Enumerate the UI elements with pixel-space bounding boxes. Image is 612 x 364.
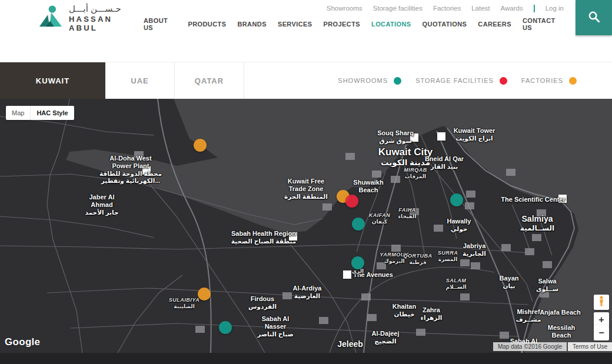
google-logo[interactable]: Google [5,336,40,348]
legend-factories: FACTORIES [521,77,577,85]
building-block [434,225,443,232]
nav-storage-facilities[interactable]: Storage facilities [373,5,423,12]
building-block [319,317,328,324]
nav-locations[interactable]: LOCATIONS [371,21,411,28]
building-block [540,290,549,298]
building-block [134,151,144,158]
place-label: Jaber Al Ahmadجابر الأحمد [85,193,119,216]
place-label: Hawallyحولي [447,218,471,232]
map-data-text: Map data ©2016 Google [493,342,567,351]
nav-careers[interactable]: CAREERS [478,21,511,28]
building-block [501,244,511,251]
login-link[interactable]: Log in [546,5,564,12]
nav-contact-us[interactable]: CONTACT US [523,17,564,31]
map-style-button[interactable]: Map [6,106,30,120]
brand-logo[interactable]: حـســـن أبـــل HASSAN ABUL [38,4,144,32]
map-legend: SHOWROOMS STORAGE FACILITIES FACTORIES [338,62,612,99]
poi-square-marker [343,271,351,279]
building-block [532,234,541,241]
building-block [466,191,475,198]
place-label: Firdousالفردوس [248,295,277,310]
map-overlay: Souq Sharqسوق شرقKuwait Towerابراج الكوي… [0,99,612,353]
factory-dot-icon [569,77,577,85]
nav-projects[interactable]: PROJECTS [324,21,361,28]
place-label: Bayanبيان [499,275,518,289]
storage-dot-icon [500,77,507,85]
search-icon [587,10,601,25]
place-label: SALAMالســلام [445,278,466,290]
place-label: Kuwait Free Trade Zoneالمنطقة الحرة [284,178,328,200]
building-block [367,314,377,321]
map-type-control: Map HAC Style [6,106,74,120]
showroom-marker[interactable] [450,193,463,206]
building-block [500,332,509,339]
bottom-bar [0,353,612,364]
poi-square-marker [437,132,445,141]
storage-marker[interactable] [345,195,358,208]
hac-style-button[interactable]: HAC Style [30,106,74,120]
legend-storage-label: STORAGE FACILITIES [415,77,494,84]
building-block [377,262,386,269]
terms-of-use-link[interactable]: Terms of Use [568,342,612,351]
nav-showrooms[interactable]: Showrooms [327,5,362,12]
country-tabs: KUWAIT UAE QATAR SHOWROOMS STORAGE FACIL… [0,62,612,99]
place-label: Sabah Al Nasserصباح الناصر [257,315,293,338]
site-header: حـســـن أبـــل HASSAN ABUL Showrooms Sto… [0,0,612,35]
building-block [195,326,205,333]
poi-square-marker [142,166,151,175]
building-block [410,208,419,215]
nav-products[interactable]: PRODUCTS [188,21,226,28]
showroom-marker[interactable] [351,256,364,269]
building-block [460,293,470,300]
factory-marker[interactable] [198,288,211,300]
legend-storage-facilities: STORAGE FACILITIES [415,77,507,85]
primary-nav: ABOUT US PRODUCTS BRANDS SERVICES PROJEC… [144,17,564,31]
pegman-control[interactable] [594,295,609,310]
legend-showrooms-label: SHOWROOMS [338,77,388,84]
place-label: The Avenues [353,271,393,279]
place-label: Kuwait Cityمدينة الكويت [378,146,433,168]
map-attribution: Map data ©2016 Google Terms of Use [493,342,612,351]
brand-name-english: HASSAN ABUL [69,15,144,32]
tab-qatar[interactable]: QATAR [175,62,244,99]
zoom-out-button[interactable]: − [594,325,609,340]
place-label: MIRQABالمرقاب [404,167,427,179]
secondary-nav: Showrooms Storage facilities Factories L… [327,5,564,12]
nav-services[interactable]: SERVICES [278,21,312,28]
nav-divider [534,5,535,12]
building-block [543,261,552,268]
map-canvas[interactable]: Souq Sharqسوق شرقKuwait Towerابراج الكوي… [0,99,612,353]
place-label: Jeleeb [337,339,363,349]
place-label: Anjafa Beach [540,309,581,316]
place-label: Al-Dajeejالضجيج [371,330,399,345]
header-navigation: Showrooms Storage facilities Factories L… [144,5,564,31]
page: حـســـن أبـــل HASSAN ABUL Showrooms Sto… [0,0,612,364]
nav-factories[interactable]: Factories [433,5,461,12]
place-label: Khaitanخيطان [393,303,416,318]
building-block [345,153,355,160]
nav-about-us[interactable]: ABOUT US [144,17,177,31]
place-label: Mishrefمشــرف [515,308,541,323]
building-block [391,176,400,183]
showroom-marker[interactable] [219,321,232,334]
factory-marker[interactable] [194,139,207,152]
building-block [506,169,515,176]
nav-brands[interactable]: BRANDS [237,21,266,28]
nav-quotations[interactable]: QUOTATIONS [423,21,467,28]
building-block [416,329,425,336]
poi-square-marker [289,232,297,241]
tab-uae[interactable]: UAE [105,62,175,99]
poi-square-marker [558,195,567,203]
building-block [372,171,381,178]
showroom-dot-icon [394,77,401,85]
nav-awards[interactable]: Awards [501,5,523,12]
building-block [361,293,371,300]
showroom-marker[interactable] [352,218,365,231]
building-block [391,245,401,252]
place-label: Jabriyaالجابرية [463,242,486,257]
place-label: SULAIBIYAالصليبية [169,297,199,309]
tab-kuwait[interactable]: KUWAIT [0,62,105,99]
nav-latest[interactable]: Latest [471,5,490,12]
place-label: Al-Doha West Power Plantمحطة الدوحة للطا… [99,155,162,185]
search-button[interactable] [576,0,612,35]
